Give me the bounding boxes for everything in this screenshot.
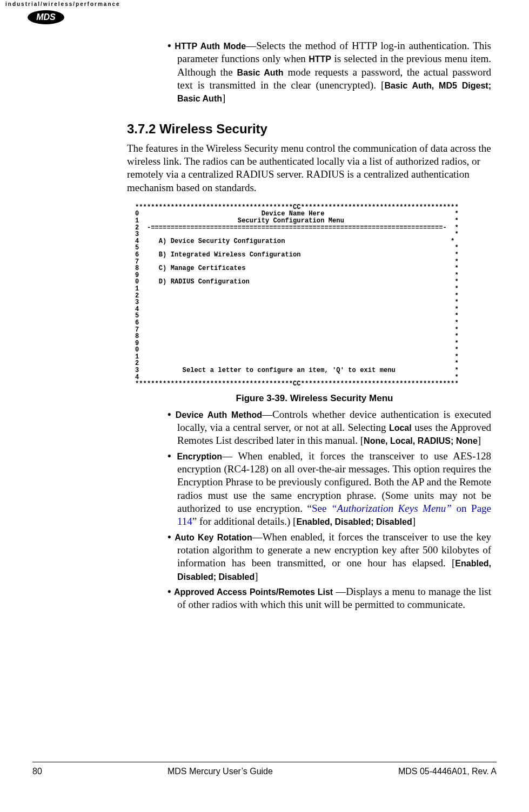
terminal-output: ****************************************… — [135, 204, 491, 388]
page-footer: 80 MDS Mercury User’s Guide MDS 05-4446A… — [32, 767, 497, 776]
footer-title: MDS Mercury User’s Guide — [168, 767, 273, 776]
param-list-http-auth: HTTP Auth Mode—Selects the method of HTT… — [157, 39, 491, 105]
param-encryption: Encryption— When enabled, it forces the … — [168, 450, 491, 529]
param-auto-key-rotation: Auto Key Rotation—When enabled, it force… — [168, 531, 491, 583]
footer-docnum: MDS 05-4446A01, Rev. A — [398, 767, 497, 776]
param-list-wireless-security: Device Auth Method—Controls whether devi… — [157, 408, 491, 612]
param-term: Auto Key Rotation — [175, 533, 252, 542]
header-tagline: industrial/wireless/performance — [5, 1, 120, 7]
param-approved-list: Approved Access Points/Remotes List —Dis… — [168, 585, 491, 612]
param-term: Approved Access Points/Remotes List — [174, 587, 336, 597]
param-term: HTTP Auth Mode — [175, 42, 246, 51]
footer-rule — [32, 762, 497, 762]
param-term: Device Auth Method — [176, 410, 262, 419]
footer-page-number: 80 — [32, 767, 42, 776]
param-http-auth-mode: HTTP Auth Mode—Selects the method of HTT… — [168, 39, 491, 105]
svg-text:MDS: MDS — [36, 12, 56, 22]
figure-caption: Figure 3-39. Wireless Security Menu — [138, 393, 491, 404]
section-body: The features in the Wireless Security me… — [127, 142, 491, 194]
param-term: Encryption — [177, 452, 222, 461]
section-heading: 3.7.2 Wireless Security — [127, 121, 491, 137]
param-device-auth-method: Device Auth Method—Controls whether devi… — [168, 408, 491, 448]
terminal-figure: ****************************************… — [135, 204, 491, 388]
brand-logo: MDS — [27, 10, 65, 25]
